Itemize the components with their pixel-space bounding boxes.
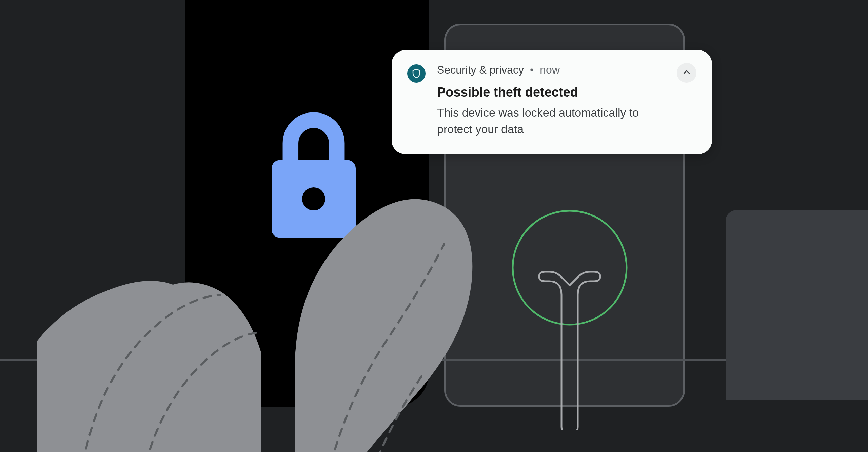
notification-content: Security & privacy • now Possible theft … xyxy=(437,64,665,138)
notification-title: Possible theft detected xyxy=(437,85,665,100)
chevron-up-icon xyxy=(682,68,691,78)
lock-icon xyxy=(261,107,366,249)
notification-header: Security & privacy • now xyxy=(437,64,665,76)
shield-icon xyxy=(407,64,426,83)
svg-point-1 xyxy=(302,187,325,210)
notification-app-name: Security & privacy xyxy=(437,64,524,76)
notification-time: now xyxy=(540,64,560,76)
svg-point-2 xyxy=(513,211,627,325)
illustration-scene: Security & privacy • now Possible theft … xyxy=(0,0,868,452)
notification-card[interactable]: Security & privacy • now Possible theft … xyxy=(392,50,712,154)
signal-arcs xyxy=(0,261,61,369)
tree-illustration xyxy=(505,210,634,430)
right-block xyxy=(726,210,868,400)
separator-dot: • xyxy=(530,64,534,76)
notification-body: This device was locked automatically to … xyxy=(437,104,665,138)
collapse-button[interactable] xyxy=(677,63,696,83)
